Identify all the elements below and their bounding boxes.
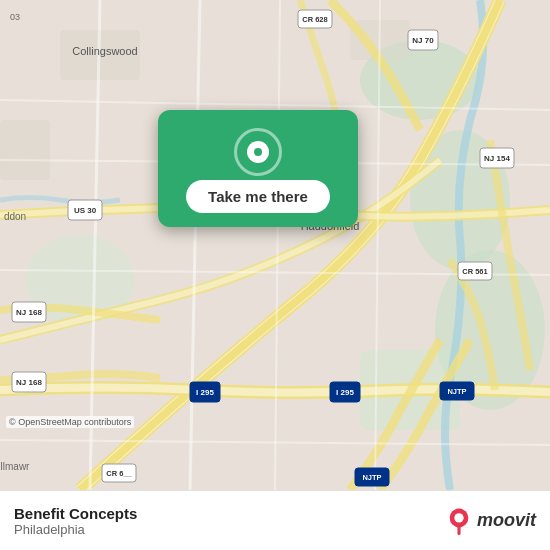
svg-text:NJ 168: NJ 168 (16, 308, 42, 317)
osm-attribution: © OpenStreetMap contributors (6, 416, 134, 428)
moovit-logo-text: moovit (477, 510, 536, 531)
svg-text:NJ 70: NJ 70 (412, 36, 434, 45)
svg-text:NJTP: NJTP (447, 387, 466, 396)
svg-text:CR 561: CR 561 (462, 267, 487, 276)
svg-text:I 295: I 295 (196, 388, 214, 397)
location-city: Philadelphia (14, 522, 137, 537)
location-pin-icon (234, 128, 282, 176)
location-name: Benefit Concepts (14, 505, 137, 522)
take-me-there-button[interactable]: Take me there (186, 180, 330, 213)
svg-text:NJ 154: NJ 154 (484, 154, 510, 163)
svg-text:US 30: US 30 (74, 206, 97, 215)
svg-text:ddon: ddon (4, 211, 26, 222)
svg-point-47 (454, 513, 463, 522)
bottom-bar: Benefit Concepts Philadelphia moovit (0, 490, 550, 550)
svg-text:NJTP: NJTP (362, 473, 381, 482)
popup-card: Take me there (158, 110, 358, 227)
svg-rect-8 (0, 120, 50, 180)
svg-text:Collingswood: Collingswood (72, 45, 137, 57)
moovit-logo: moovit (445, 507, 536, 535)
svg-text:llmawr: llmawr (1, 461, 31, 472)
svg-text:CR 628: CR 628 (302, 15, 327, 24)
location-info: Benefit Concepts Philadelphia (14, 505, 137, 537)
svg-text:I 295: I 295 (336, 388, 354, 397)
moovit-pin-icon (445, 507, 473, 535)
svg-text:03: 03 (10, 12, 20, 22)
map-container: US 30 NJ 168 NJ 168 NJ 70 NJ 154 CR 628 … (0, 0, 550, 490)
svg-text:NJ 168: NJ 168 (16, 378, 42, 387)
svg-text:CR 6__: CR 6__ (106, 469, 132, 478)
